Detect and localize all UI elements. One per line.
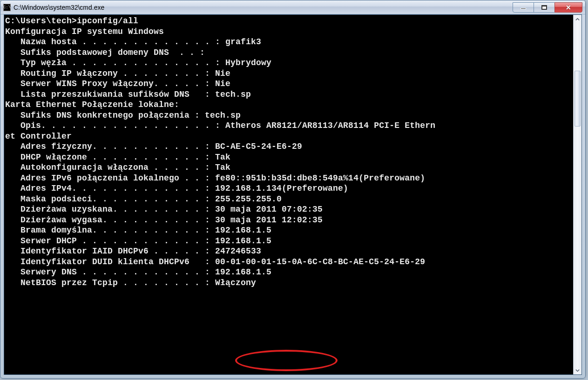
output-line: Maska podsieci. . . . . . . . . . . : 25… xyxy=(5,194,572,205)
ipv4-address-value: 192.168.1.134(Preferowane) xyxy=(215,184,348,193)
cmd-icon: C:\ xyxy=(3,4,11,11)
lease-obtained-value: 30 maja 2011 07:02:35 xyxy=(215,205,323,214)
output-line: Lista przeszukiwania sufiksów DNS : tech… xyxy=(5,89,572,100)
conn-dns-suffix-value: tech.sp xyxy=(205,111,241,120)
field-label: Serwer DHCP . . . . . . . . . . . . : xyxy=(5,236,215,246)
titlebar[interactable]: C:\ C:\Windows\system32\cmd.exe ✕ xyxy=(0,0,585,14)
maximize-icon xyxy=(541,5,547,10)
prompt-line: C:\Users\tech>ipconfig/all xyxy=(5,16,572,27)
field-label: DHCP włączone . . . . . . . . . . . : xyxy=(5,153,215,162)
field-label: Adres IPv4. . . . . . . . . . . . . : xyxy=(5,184,215,193)
close-icon: ✕ xyxy=(566,4,571,11)
minimize-icon xyxy=(520,8,526,9)
output-line: Identyfikator DUID klienta DHCPv6 : 00-0… xyxy=(5,257,572,267)
output-line: Routing IP włączony . . . . . . . . : Ni… xyxy=(5,68,572,79)
section-header: Karta Ethernet Połączenie lokalne: xyxy=(5,100,572,110)
output-line: Typ węzła . . . . . . . . . . . . . . : … xyxy=(5,58,572,68)
default-gateway-value: 192.168.1.5 xyxy=(215,226,271,235)
window-controls: ✕ xyxy=(513,2,582,13)
output-line: Adres IPv6 połączenia lokalnego . . : fe… xyxy=(5,173,572,184)
output-line: NetBIOS przez Tcpip . . . . . . . . : Wł… xyxy=(5,278,572,288)
dns-suffix-list-value: tech.sp xyxy=(215,90,251,99)
hostname-value: grafik3 xyxy=(225,37,261,47)
window-title: C:\Windows\system32\cmd.exe xyxy=(14,4,513,11)
scroll-up-button[interactable] xyxy=(574,15,581,23)
node-type-value: Hybrydowy xyxy=(225,58,271,67)
output-line: Identyfikator IAID DHCPv6 . . . . . : 24… xyxy=(5,246,572,257)
field-label: Sufiks podstawowej domeny DNS . . : xyxy=(5,48,205,57)
field-label: Identyfikator DUID klienta DHCPv6 : xyxy=(5,257,215,267)
output-line: Serwer WINS Proxy włączony. . . . . : Ni… xyxy=(5,79,572,89)
field-label: Brama domyślna. . . . . . . . . . . : xyxy=(5,226,215,235)
scroll-thumb[interactable] xyxy=(574,71,581,127)
output-line: et Controller xyxy=(5,131,572,142)
minimize-button[interactable] xyxy=(513,2,534,13)
field-label: Typ węzła . . . . . . . . . . . . . . : xyxy=(5,58,225,67)
autoconfig-value: Tak xyxy=(215,163,230,172)
output-line: Serwer DHCP . . . . . . . . . . . . : 19… xyxy=(5,236,572,247)
output-line: Opis. . . . . . . . . . . . . . . . . : … xyxy=(5,120,572,131)
field-label: Opis. . . . . . . . . . . . . . . . . : xyxy=(5,121,225,130)
chevron-up-icon xyxy=(575,17,580,21)
maximize-button[interactable] xyxy=(534,2,555,13)
output-line: Dzierżawa wygasa. . . . . . . . . . : 30… xyxy=(5,215,572,226)
field-label: Routing IP włączony . . . . . . . . : xyxy=(5,69,215,78)
field-label: Sufiks DNS konkretnego połączenia : xyxy=(5,111,205,120)
dhcp-server-value: 192.168.1.5 xyxy=(215,236,271,246)
subnet-mask-value: 255.255.255.0 xyxy=(215,194,282,204)
field-label: Nazwa hosta . . . . . . . . . . . . . : xyxy=(5,37,225,47)
output-line: Dzierżawa uzyskana. . . . . . . . . : 30… xyxy=(5,204,572,215)
field-label: Adres fizyczny. . . . . . . . . . . : xyxy=(5,142,215,151)
field-label: Serwer WINS Proxy włączony. . . . . : xyxy=(5,79,215,88)
dhcpv6-iaid-value: 247246533 xyxy=(215,247,261,256)
dhcp-enabled-value: Tak xyxy=(215,153,230,162)
output-line: Adres IPv4. . . . . . . . . . . . . : 19… xyxy=(5,183,572,194)
section-header: Konfiguracja IP systemu Windows xyxy=(5,27,572,37)
field-label: Adres IPv6 połączenia lokalnego . . : xyxy=(5,173,215,183)
dhcpv6-duid-value: 00-01-00-01-15-0A-6C-C8-BC-AE-C5-24-E6-2… xyxy=(215,257,425,267)
wins-proxy-value: Nie xyxy=(215,79,230,88)
lease-expires-value: 30 maja 2011 12:02:35 xyxy=(215,215,323,225)
scroll-down-button[interactable] xyxy=(574,366,581,374)
cmd-window: C:\ C:\Windows\system32\cmd.exe ✕ C:\Use… xyxy=(0,0,586,379)
console-output[interactable]: C:\Users\tech>ipconfig/allKonfiguracja I… xyxy=(4,15,573,374)
output-line: Adres fizyczny. . . . . . . . . . . : BC… xyxy=(5,141,572,152)
output-line: Autokonfiguracja włączona . . . . . : Ta… xyxy=(5,162,572,173)
close-button[interactable]: ✕ xyxy=(554,2,582,13)
vertical-scrollbar[interactable] xyxy=(573,15,581,374)
field-label: NetBIOS przez Tcpip . . . . . . . . : xyxy=(5,278,215,287)
field-label: Autokonfiguracja włączona . . . . . : xyxy=(5,163,215,172)
dns-servers-value: 192.168.1.5 xyxy=(215,267,271,277)
client-area: C:\Users\tech>ipconfig/allKonfiguracja I… xyxy=(4,14,582,375)
output-line: Sufiks podstawowej domeny DNS . . : xyxy=(5,47,572,58)
routing-ip-value: Nie xyxy=(215,69,230,78)
mac-address-value: BC-AE-C5-24-E6-29 xyxy=(215,142,302,151)
field-label: Maska podsieci. . . . . . . . . . . : xyxy=(5,194,215,204)
adapter-desc-value: Atheros AR8121/AR8113/AR8114 PCI-E Ether… xyxy=(225,121,435,130)
ipv6-link-local-value: fe80::951b:b35d:dbe8:549a%14(Preferowane… xyxy=(215,173,425,183)
output-line: Brama domyślna. . . . . . . . . . . : 19… xyxy=(5,225,572,236)
output-line: Sufiks DNS konkretnego połączenia : tech… xyxy=(5,110,572,121)
field-label: Identyfikator IAID DHCPv6 . . . . . : xyxy=(5,247,215,256)
output-line: Serwery DNS . . . . . . . . . . . . : 19… xyxy=(5,267,572,278)
chevron-down-icon xyxy=(575,368,580,373)
netbios-tcpip-value: Włączony xyxy=(215,278,256,287)
field-label: Dzierżawa wygasa. . . . . . . . . . : xyxy=(5,215,215,225)
field-label: Lista przeszukiwania sufiksów DNS : xyxy=(5,90,215,99)
field-label: Serwery DNS . . . . . . . . . . . . : xyxy=(5,267,215,277)
output-line: Nazwa hosta . . . . . . . . . . . . . : … xyxy=(5,37,572,47)
output-line: DHCP włączone . . . . . . . . . . . : Ta… xyxy=(5,152,572,163)
field-label: Dzierżawa uzyskana. . . . . . . . . : xyxy=(5,205,215,214)
